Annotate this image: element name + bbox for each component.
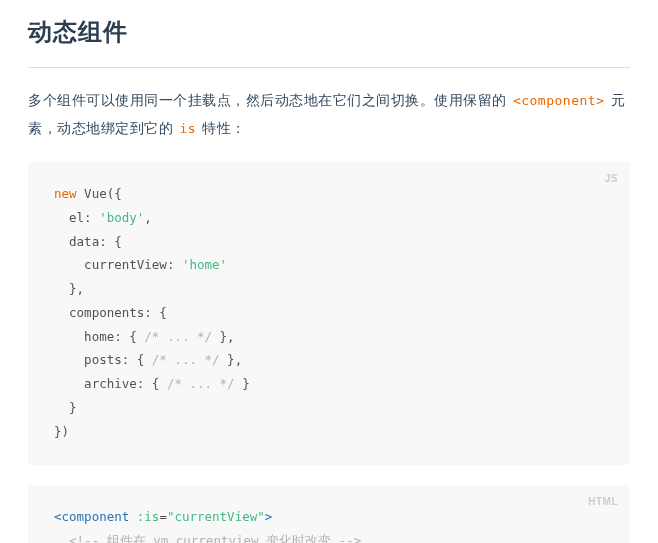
code-block-js: JS new Vue({ el: 'body', data: { current… xyxy=(28,162,630,465)
intro-text-1: 多个组件可以使用同一个挂载点，然后动态地在它们之间切换。使用保留的 xyxy=(28,92,511,108)
code-lang-label: JS xyxy=(605,170,618,188)
code-block-html: HTML <component :is="currentView"> <!-- … xyxy=(28,485,630,543)
inline-code-component: <component> xyxy=(511,93,607,108)
inline-code-is: is xyxy=(177,121,198,136)
code-content-js: new Vue({ el: 'body', data: { currentVie… xyxy=(54,182,604,443)
code-lang-label: HTML xyxy=(588,493,618,511)
code-content-html: <component :is="currentView"> <!-- 组件在 v… xyxy=(54,505,604,543)
intro-text-3: 特性： xyxy=(198,120,246,136)
intro-paragraph: 多个组件可以使用同一个挂载点，然后动态地在它们之间切换。使用保留的 <compo… xyxy=(28,86,630,142)
section-heading: 动态组件 xyxy=(28,10,630,53)
divider xyxy=(28,67,630,68)
